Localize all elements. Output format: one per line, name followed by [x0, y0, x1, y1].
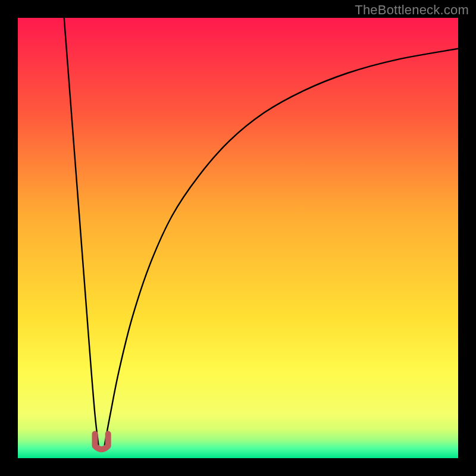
bottleneck-chart [0, 0, 476, 476]
chart-frame: TheBottleneck.com [0, 0, 476, 476]
plot-background [18, 18, 458, 458]
watermark-text: TheBottleneck.com [355, 2, 469, 18]
